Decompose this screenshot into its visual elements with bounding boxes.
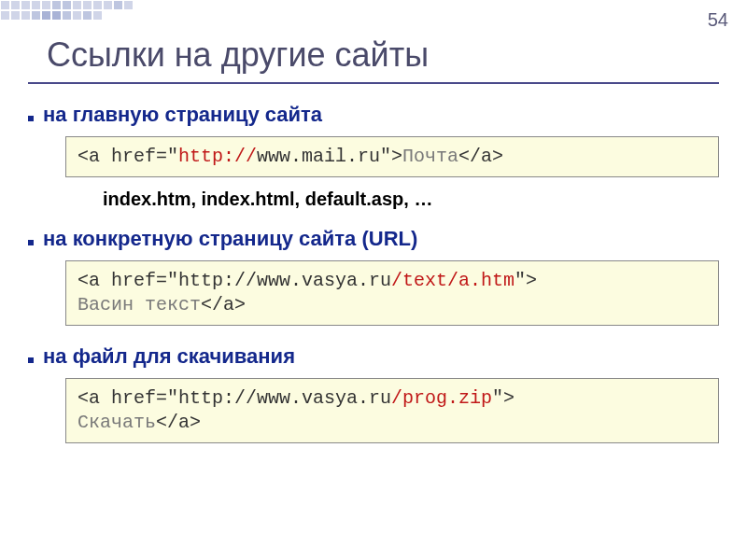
title-underline [28,82,719,84]
slide-decoration [0,0,747,28]
code-linktext: Скачать [78,412,156,433]
code-text: <a href="http://www.vasya.ru [78,387,391,409]
code-text: "> [514,270,537,291]
code-text: "> [492,387,514,409]
code-text: </a> [156,412,201,433]
bullet-item: на файл для скачивания [28,344,719,369]
sub-note: index.htm, index.html, default.asp, … [103,189,719,210]
code-example: <a href="http://www.vasya.ru/text/a.htm"… [65,260,719,326]
code-text: </a> [458,146,503,167]
page-number: 54 [708,9,728,31]
code-text: <a href="http://www.vasya.ru [78,270,391,291]
code-example: <a href="http://www.mail.ru">Почта</a> [65,136,719,177]
bullet-item: на главную страницу сайта [28,103,719,127]
bullet-icon [28,357,34,363]
bullet-text: на конкретную страницу сайта (URL) [43,227,417,251]
code-text: www.mail.ru"> [257,146,402,167]
code-path: /prog.zip [391,387,492,409]
code-text: </a> [201,294,246,315]
bullet-icon [28,240,34,245]
slide-content: на главную страницу сайта <a href="http:… [28,103,719,455]
code-example: <a href="http://www.vasya.ru/prog.zip">С… [65,378,719,443]
code-text: <a href=" [78,146,178,167]
bullet-icon [28,116,34,121]
slide-title: Ссылки на другие сайты [47,35,429,75]
bullet-text: на главную страницу сайта [43,103,322,127]
code-path: /text/a.htm [391,270,514,291]
code-linktext: Васин текст [78,294,201,315]
bullet-item: на конкретную страницу сайта (URL) [28,227,719,251]
code-scheme: http:// [178,146,257,167]
code-linktext: Почта [402,146,458,167]
bullet-text: на файл для скачивания [43,344,295,369]
